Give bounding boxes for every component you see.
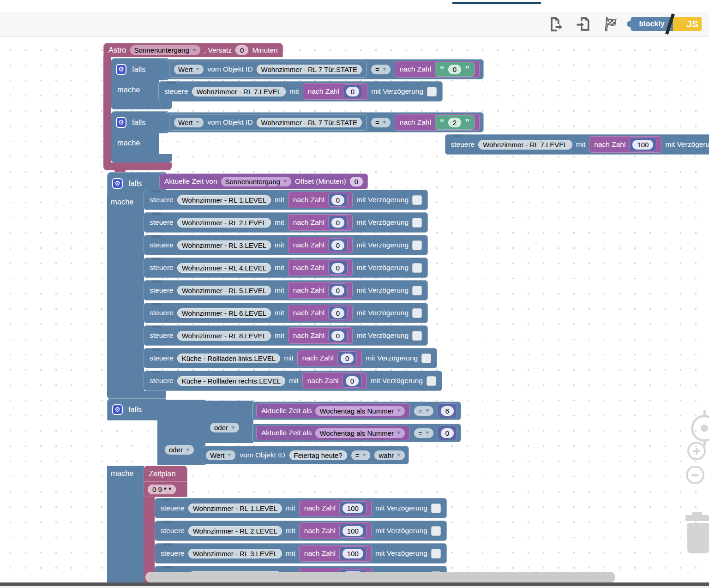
- device-field[interactable]: Wohnzimmer - RL 2.LEVEL: [188, 526, 282, 536]
- number-block[interactable]: 100: [339, 546, 367, 560]
- zeitplan-cron-row[interactable]: 0 9 * *: [144, 481, 187, 497]
- aktuelle-zeit-als-block[interactable]: Aktuelle Zeit als Wochentag als Nummer: [256, 426, 410, 440]
- number-field[interactable]: 0: [331, 263, 344, 273]
- export-blocks-icon[interactable]: [547, 16, 563, 32]
- oder-block-inner[interactable]: [202, 401, 253, 443]
- object-id-field[interactable]: Wohnzimmer - RL 7 Tür.STATE: [257, 65, 362, 74]
- number-field[interactable]: 0: [346, 87, 359, 96]
- steuere-block[interactable]: steuere Wohnzimmer - RL 7.LEVEL mit nach…: [445, 134, 709, 155]
- number-block[interactable]: 0: [328, 283, 348, 297]
- delay-checkbox[interactable]: [412, 308, 422, 318]
- astro-block-foot[interactable]: [103, 162, 172, 170]
- nach-zahl-block[interactable]: nach Zahl 0: [288, 282, 353, 299]
- number-field[interactable]: 0: [346, 376, 359, 386]
- check-blocks-icon[interactable]: [603, 16, 619, 32]
- wert-dropdown[interactable]: Wert: [174, 65, 204, 74]
- device-field[interactable]: Wohnzimmer - RL 7.LEVEL: [478, 140, 572, 150]
- delay-checkbox[interactable]: [412, 240, 422, 250]
- nach-zahl-block[interactable]: nach Zahl 0: [302, 372, 367, 389]
- trash-lid-icon[interactable]: [685, 515, 709, 521]
- nach-zahl-block[interactable]: nach Zahl 0: [288, 237, 353, 253]
- falls-block-1-foot[interactable]: [111, 101, 172, 109]
- oder-block-outer[interactable]: [157, 400, 205, 465]
- recenter-control[interactable]: [691, 415, 709, 442]
- wert-vom-objekt-block[interactable]: Wert vom Objekt ID Wohnzimmer - RL 7 Tür…: [169, 114, 367, 131]
- delay-checkbox[interactable]: [412, 263, 422, 273]
- gear-icon[interactable]: [116, 117, 126, 128]
- falls-block-4-wall[interactable]: [107, 466, 144, 582]
- compare-block-2[interactable]: Wert vom Objekt ID Wohnzimmer - RL 7 Tür…: [165, 112, 484, 132]
- falls-block-2-foot[interactable]: [111, 154, 172, 162]
- number-block[interactable]: 6: [438, 403, 457, 418]
- number-block[interactable]: 0: [438, 426, 457, 440]
- steuere-block[interactable]: steuere Wohnzimmer - RL 3.LEVEL mit nach…: [144, 235, 428, 255]
- device-field[interactable]: Wohnzimmer - RL 8.LEVEL: [177, 331, 271, 341]
- nach-zahl-block[interactable]: nach Zahl 0: [288, 192, 353, 208]
- delay-checkbox[interactable]: [412, 218, 422, 228]
- number-field[interactable]: 0: [331, 331, 344, 341]
- number-field[interactable]: 0: [331, 218, 344, 228]
- nach-zahl-block[interactable]: nach Zahl 0: [288, 214, 353, 231]
- steuere-block[interactable]: steuere Küche - Rollladen rechts.LEVEL m…: [144, 371, 442, 391]
- number-block[interactable]: 0: [328, 238, 348, 252]
- bool-dropdown[interactable]: wahr: [374, 450, 405, 460]
- cron-field[interactable]: 0 9 * *: [148, 485, 176, 494]
- nach-zahl-block[interactable]: nach Zahl “ 0 ”: [395, 61, 480, 78]
- astro-offset-field[interactable]: 0: [235, 45, 248, 55]
- number-block[interactable]: 100: [339, 524, 367, 538]
- eq-dropdown[interactable]: =: [371, 65, 391, 74]
- delay-checkbox[interactable]: [431, 549, 441, 558]
- number-block[interactable]: 0: [328, 261, 348, 275]
- device-field[interactable]: Wohnzimmer - RL 1.LEVEL: [188, 504, 282, 513]
- number-block[interactable]: 100: [629, 138, 656, 151]
- zeitplan-block-spine[interactable]: [144, 497, 155, 582]
- number-field[interactable]: 0: [341, 354, 354, 363]
- delay-checkbox[interactable]: [431, 526, 441, 536]
- device-field[interactable]: Wohnzimmer - RL 2.LEVEL: [177, 218, 271, 228]
- delay-checkbox[interactable]: [421, 354, 431, 363]
- nach-zahl-block[interactable]: nach Zahl 0: [297, 350, 362, 366]
- horizontal-scrollbar[interactable]: [145, 572, 615, 582]
- steuere-block[interactable]: steuere Küche - Rollladen links.LEVEL mi…: [144, 348, 437, 368]
- compare-block-weekday-0[interactable]: Aktuelle Zeit als Wochentag als Nummer =…: [252, 424, 461, 442]
- delay-checkbox[interactable]: [412, 286, 422, 295]
- blockly-js-toggle[interactable]: blockly JS: [631, 16, 702, 32]
- nach-zahl-block[interactable]: nach Zahl “ 2 ”: [395, 114, 480, 131]
- number-field[interactable]: 100: [632, 140, 653, 150]
- astro-block-header[interactable]: Astro Sonnenuntergang , Versatz 0 Minute…: [103, 43, 283, 57]
- number-block[interactable]: 0: [328, 306, 348, 320]
- delay-checkbox[interactable]: [427, 87, 437, 96]
- delay-checkbox[interactable]: [427, 376, 436, 386]
- gear-icon[interactable]: [112, 178, 123, 189]
- oder-dropdown-inner[interactable]: oder: [210, 423, 239, 432]
- eq-dropdown[interactable]: =: [371, 118, 391, 127]
- number-block[interactable]: 0: [328, 329, 348, 342]
- eq-dropdown[interactable]: =: [414, 406, 433, 416]
- blockly-workspace[interactable]: Astro Sonnenuntergang , Versatz 0 Minute…: [0, 37, 709, 582]
- import-blocks-icon[interactable]: [575, 16, 591, 32]
- nach-zahl-block[interactable]: nach Zahl 0: [303, 83, 367, 100]
- js-tab[interactable]: JS: [673, 17, 702, 31]
- number-field[interactable]: 100: [342, 549, 363, 558]
- astro-event-dropdown[interactable]: Sonnenuntergang: [130, 45, 200, 55]
- steuere-block[interactable]: steuere Wohnzimmer - RL 4.LEVEL mit nach…: [144, 258, 428, 278]
- text-value-field[interactable]: 2: [448, 118, 461, 127]
- device-field[interactable]: Wohnzimmer - RL 1.LEVEL: [177, 195, 271, 205]
- number-block[interactable]: 0: [328, 193, 348, 207]
- number-field[interactable]: 0: [441, 428, 454, 438]
- text-value-field[interactable]: 0: [448, 65, 461, 74]
- gear-icon[interactable]: [112, 404, 123, 415]
- nach-zahl-block[interactable]: nach Zahl 100: [299, 522, 372, 539]
- nach-zahl-block[interactable]: nach Zahl 0: [288, 305, 353, 321]
- time-format-dropdown[interactable]: Wochentag als Nummer: [315, 428, 405, 438]
- device-field[interactable]: Wohnzimmer - RL 3.LEVEL: [188, 549, 282, 558]
- zoom-out-control[interactable]: −: [686, 466, 704, 484]
- wert-dropdown[interactable]: Wert: [174, 118, 204, 127]
- delay-checkbox[interactable]: [412, 331, 422, 341]
- device-field[interactable]: Wohnzimmer - RL 5.LEVEL: [177, 286, 271, 295]
- object-id-field[interactable]: Feiertag heute?: [289, 450, 347, 460]
- steuere-block[interactable]: steuere Wohnzimmer - RL 6.LEVEL mit nach…: [144, 303, 428, 323]
- trash-can[interactable]: [687, 523, 709, 553]
- device-field[interactable]: Küche - Rollladen links.LEVEL: [177, 354, 280, 363]
- steuere-block[interactable]: steuere Wohnzimmer - RL 1.LEVEL mit nach…: [144, 190, 428, 210]
